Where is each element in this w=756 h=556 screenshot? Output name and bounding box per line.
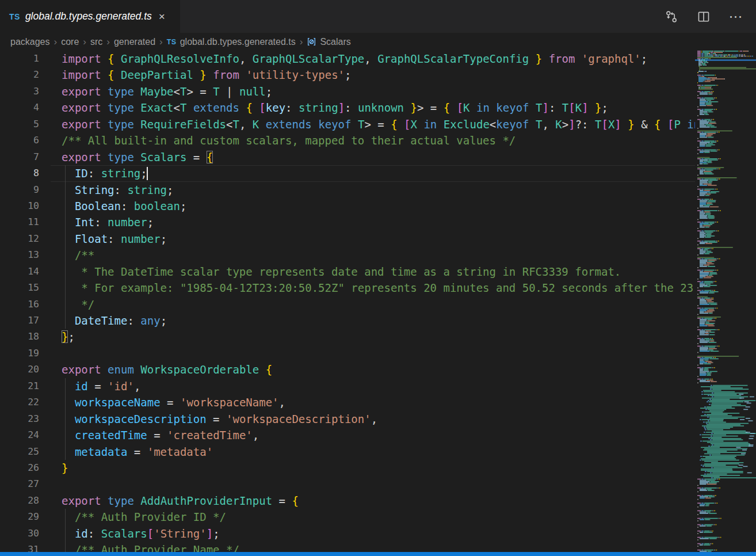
code-text: export type AddAuthProviderInput = { [62, 493, 299, 509]
code-text: */ [62, 296, 94, 313]
code-line-9[interactable]: 9 String: string; [0, 182, 695, 198]
code-line-30[interactable]: 30 id: Scalars['String']; [0, 525, 695, 542]
line-number[interactable]: 6 [0, 132, 39, 148]
status-bar [0, 552, 756, 556]
code-text: export type Scalars = { [62, 149, 213, 165]
line-number[interactable]: 29 [0, 509, 39, 525]
code-area[interactable]: 1import { GraphQLResolveInfo, GraphQLSca… [0, 51, 695, 552]
breadcrumb-label: global.db.types.generated.ts [180, 37, 296, 47]
code-line-5[interactable]: 5export type RequireFields<T, K extends … [0, 116, 695, 132]
line-number[interactable]: 10 [0, 198, 39, 214]
code-line-20[interactable]: 20export enum WorkspaceOrderable { [0, 361, 695, 378]
line-number[interactable]: 14 [0, 264, 39, 280]
code-line-16[interactable]: 16 */ [0, 296, 695, 313]
breadcrumb-item-global-db-types-generated-ts[interactable]: TSglobal.db.types.generated.ts [167, 37, 296, 47]
tab-global-db-types[interactable]: TS global.db.types.generated.ts × [0, 0, 180, 33]
code-line-10[interactable]: 10 Boolean: boolean; [0, 198, 695, 214]
line-number[interactable]: 11 [0, 214, 39, 230]
line-number[interactable]: 27 [0, 476, 39, 492]
code-line-12[interactable]: 12 Float: number; [0, 231, 695, 247]
code-line-17[interactable]: 17 DateTime: any; [0, 313, 695, 329]
line-number[interactable]: 16 [0, 296, 39, 313]
code-text: }; [62, 329, 75, 345]
code-line-23[interactable]: 23 workspaceDescription = 'workspaceDesc… [0, 411, 695, 427]
code-text: ID: string; [62, 165, 147, 181]
breadcrumb: packages›core›src›generated›TSglobal.db.… [0, 33, 756, 51]
line-number[interactable]: 31 [0, 542, 39, 552]
code-text: /** Auth Provider Name */ [62, 542, 239, 552]
code-line-8[interactable]: 8 ID: string; [0, 165, 695, 181]
line-number[interactable]: 30 [0, 525, 39, 542]
line-number[interactable]: 2 [0, 67, 39, 83]
code-line-26[interactable]: 26} [0, 460, 695, 476]
code-line-24[interactable]: 24 createdTime = 'createdTime', [0, 427, 695, 443]
code-line-13[interactable]: 13 /** [0, 247, 695, 263]
close-tab-icon[interactable]: × [159, 11, 165, 22]
breadcrumb-separator-icon: › [106, 36, 110, 48]
code-line-6[interactable]: 6/** All built-in and custom scalars, ma… [0, 132, 695, 148]
code-editor[interactable]: 1import { GraphQLResolveInfo, GraphQLSca… [0, 51, 756, 552]
typescript-file-icon: TS [9, 12, 20, 21]
line-number[interactable]: 22 [0, 394, 39, 410]
breadcrumb-item-packages[interactable]: packages [10, 37, 50, 47]
line-number[interactable]: 17 [0, 313, 39, 329]
line-number[interactable]: 8 [0, 165, 39, 181]
breadcrumb-item-scalars[interactable]: Scalars [307, 37, 350, 47]
code-text: import { GraphQLResolveInfo, GraphQLScal… [62, 51, 647, 67]
code-text: workspaceDescription = 'workspaceDescrip… [62, 411, 377, 427]
line-number[interactable]: 13 [0, 247, 39, 263]
line-number[interactable]: 7 [0, 149, 39, 165]
line-number[interactable]: 26 [0, 460, 39, 476]
line-number[interactable]: 23 [0, 411, 39, 427]
line-number[interactable]: 4 [0, 100, 39, 116]
code-line-21[interactable]: 21 id = 'id', [0, 378, 695, 394]
breadcrumb-separator-icon: › [54, 36, 58, 48]
line-number[interactable]: 1 [0, 51, 39, 67]
line-number[interactable]: 19 [0, 345, 39, 361]
code-line-15[interactable]: 15 * For example: "1985-04-12T23:20:50.5… [0, 280, 695, 296]
code-line-18[interactable]: 18}; [0, 329, 695, 345]
code-line-3[interactable]: 3export type Maybe<T> = T | null; [0, 83, 695, 100]
line-number[interactable]: 20 [0, 361, 39, 378]
code-line-28[interactable]: 28export type AddAuthProviderInput = { [0, 493, 695, 509]
code-text: * For example: "1985-04-12T23:20:50.52Z"… [62, 280, 695, 296]
open-changes-icon[interactable] [664, 9, 679, 24]
code-line-1[interactable]: 1import { GraphQLResolveInfo, GraphQLSca… [0, 51, 695, 67]
code-text: export enum WorkspaceOrderable { [62, 361, 272, 378]
code-line-14[interactable]: 14 * The DateTime scalar type represents… [0, 264, 695, 280]
line-number[interactable]: 9 [0, 182, 39, 198]
breadcrumb-item-generated[interactable]: generated [114, 37, 155, 47]
code-line-19[interactable]: 19 [0, 345, 695, 361]
code-line-27[interactable]: 27 [0, 476, 695, 492]
code-line-2[interactable]: 2import { DeepPartial } from 'utility-ty… [0, 67, 695, 83]
line-number[interactable]: 3 [0, 83, 39, 100]
line-number[interactable]: 25 [0, 444, 39, 460]
line-number[interactable]: 18 [0, 329, 39, 345]
code-line-22[interactable]: 22 workspaceName = 'workspaceName', [0, 394, 695, 410]
code-line-11[interactable]: 11 Int: number; [0, 214, 695, 230]
code-line-7[interactable]: 7export type Scalars = { [0, 149, 695, 165]
breadcrumb-label: src [90, 37, 102, 47]
more-actions-icon[interactable]: ⋯ [728, 9, 743, 24]
code-line-29[interactable]: 29 /** Auth Provider ID */ [0, 509, 695, 525]
code-text: Float: number; [62, 231, 167, 247]
breadcrumb-separator-icon: › [159, 36, 163, 48]
line-number[interactable]: 21 [0, 378, 39, 394]
code-line-25[interactable]: 25 metadata = 'metadata' [0, 444, 695, 460]
line-number[interactable]: 5 [0, 116, 39, 132]
breadcrumb-item-src[interactable]: src [90, 37, 102, 47]
split-editor-icon[interactable] [696, 9, 711, 24]
code-line-4[interactable]: 4export type Exact<T extends { [key: str… [0, 100, 695, 116]
line-number[interactable]: 24 [0, 427, 39, 443]
breadcrumb-label: generated [114, 37, 155, 47]
line-number[interactable]: 28 [0, 493, 39, 509]
minimap-canvas [695, 51, 756, 552]
breadcrumb-separator-icon: › [300, 36, 303, 48]
breadcrumb-label: core [61, 37, 79, 47]
line-number[interactable]: 15 [0, 280, 39, 296]
breadcrumb-item-core[interactable]: core [61, 37, 79, 47]
code-text: /** [62, 247, 94, 263]
code-line-31[interactable]: 31 /** Auth Provider Name */ [0, 542, 695, 552]
line-number[interactable]: 12 [0, 231, 39, 247]
minimap[interactable] [695, 51, 756, 552]
